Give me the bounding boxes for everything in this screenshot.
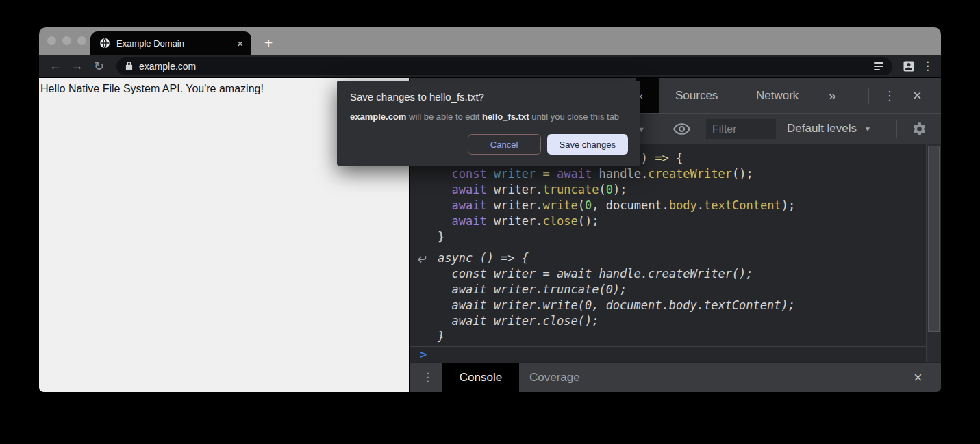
new-tab-button[interactable]: +: [264, 36, 273, 50]
url-text: example.com: [139, 61, 196, 72]
lock-icon: [125, 61, 133, 71]
browser-window: Example Domain × + ← → ↻ example.com ⋮ H…: [39, 27, 941, 392]
browser-tab-example-domain[interactable]: Example Domain ×: [90, 31, 251, 55]
console-code-line: await writer.close();: [438, 313, 920, 329]
reload-button[interactable]: ↻: [91, 59, 107, 74]
scrollbar-thumb[interactable]: [928, 146, 940, 332]
toolbar-divider-2: [896, 120, 897, 138]
console-code-line: const writer = await handle.createWriter…: [438, 166, 920, 182]
dialog-buttons: Cancel Save changes: [350, 134, 628, 155]
profile-icon[interactable]: [902, 60, 916, 73]
tab-network[interactable]: Network: [756, 78, 799, 113]
tab-title: Example Domain: [116, 38, 231, 49]
dialog-body-end: until you close this tab: [529, 112, 620, 122]
console-prompt-row[interactable]: >: [410, 346, 941, 361]
drawer-close-icon[interactable]: ×: [914, 363, 922, 392]
console-code-line: async () => {: [438, 250, 920, 266]
return-value-arrow-icon: [416, 254, 427, 267]
dialog-title: Save changes to hello_fs.txt?: [350, 91, 628, 103]
devtools-menu-icon[interactable]: ⋮: [883, 78, 896, 113]
tab-sources[interactable]: Sources: [675, 78, 718, 113]
console-code-line: const writer = await handle.createWriter…: [438, 266, 920, 282]
console-scrollbar[interactable]: [926, 144, 941, 362]
browser-toolbar: ← → ↻ example.com ⋮: [39, 55, 941, 77]
chevron-down-icon: ▼: [864, 125, 871, 133]
toolbar-divider: [657, 120, 657, 138]
save-changes-dialog: Save changes to hello_fs.txt? example.co…: [337, 81, 640, 166]
save-changes-button[interactable]: Save changes: [547, 134, 628, 155]
drawer-tab-bar: ⋮ Console Coverage ×: [410, 362, 941, 392]
console-code-line: await writer.write(0, document.body.text…: [438, 198, 920, 213]
cancel-button[interactable]: Cancel: [468, 134, 541, 155]
drawer-tab-console[interactable]: Console: [442, 363, 519, 392]
drawer-tab-coverage[interactable]: Coverage: [529, 363, 580, 392]
console-log: ) => { const writer = await handle.creat…: [410, 144, 941, 345]
browser-menu-icon[interactable]: ⋮: [922, 59, 933, 73]
tab-strip: Example Domain × +: [39, 27, 941, 55]
live-expression-eye-icon[interactable]: [673, 122, 691, 135]
dialog-origin: example.com: [350, 112, 406, 122]
console-code-line: }: [438, 329, 920, 345]
console-code-line: await writer.truncate(0);: [438, 182, 920, 198]
dialog-body-mid: will be able to edit: [406, 112, 482, 122]
console-output-area: ) => { const writer = await handle.creat…: [410, 144, 941, 362]
dialog-body: example.com will be able to edit hello_f…: [350, 112, 628, 122]
more-tabs-icon[interactable]: »: [829, 78, 836, 113]
console-filter-input[interactable]: [706, 119, 776, 139]
minimize-window-button[interactable]: [62, 36, 71, 45]
globe-favicon-icon: [99, 38, 110, 49]
console-prompt-chevron-icon: >: [420, 348, 427, 361]
tabbar-divider: [868, 88, 869, 104]
reading-list-icon[interactable]: [874, 62, 883, 70]
console-code-line: await writer.write(0, document.body.text…: [438, 298, 920, 313]
forward-button[interactable]: →: [69, 59, 85, 73]
log-levels-label: Default levels: [787, 122, 857, 135]
address-bar[interactable]: example.com: [116, 57, 892, 75]
console-message-result: async () => { const writer = await handl…: [438, 250, 920, 345]
drawer-menu-icon[interactable]: ⋮: [422, 363, 434, 392]
dialog-filename: hello_fs.txt: [482, 112, 529, 122]
tab-close-icon[interactable]: ×: [237, 38, 243, 49]
console-code-line: await writer.close();: [438, 213, 920, 229]
close-window-button[interactable]: [47, 36, 56, 45]
devtools-close-icon[interactable]: ×: [913, 78, 922, 113]
back-button[interactable]: ←: [47, 59, 63, 73]
window-controls: [47, 36, 86, 45]
zoom-window-button[interactable]: [77, 36, 86, 45]
console-code-line: }: [438, 229, 920, 245]
console-code-line: await writer.truncate(0);: [438, 282, 920, 298]
settings-gear-icon[interactable]: [912, 121, 927, 137]
log-levels-dropdown[interactable]: Default levels ▼: [787, 114, 871, 144]
